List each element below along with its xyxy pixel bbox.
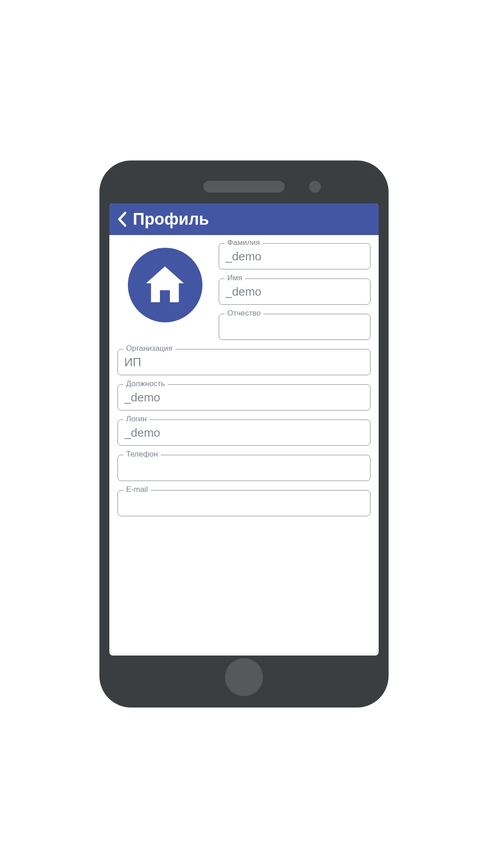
phone-label: Телефон [123,450,161,458]
chevron-left-icon [117,212,127,227]
phone-bottom [225,656,263,698]
position-input[interactable] [124,391,364,405]
lastname-field-group: Фамилия [219,243,371,269]
home-button[interactable] [225,658,263,696]
screen: Профиль Фамилия Имя [109,203,379,656]
login-label: Логин [123,415,150,423]
organization-label: Организация [123,344,175,352]
profile-form: Фамилия Имя Отчество Организация [109,235,379,516]
avatar-container [117,243,212,340]
organization-input[interactable] [124,355,364,369]
login-field-group: Логин [117,420,371,446]
position-label: Должность [123,380,168,387]
phone-field-group: Телефон [117,455,371,481]
lastname-label: Фамилия [225,239,263,246]
full-fields: Организация Должность Логин Телефон E-ma… [117,349,371,516]
front-camera [309,181,321,193]
organization-field-group: Организация [117,349,371,375]
firstname-field-group: Имя [219,278,371,305]
position-field-group: Должность [117,384,371,410]
email-field-group: E-mail [117,490,371,516]
login-input[interactable] [124,426,364,440]
phone-input[interactable] [124,461,364,475]
email-input[interactable] [124,496,364,510]
firstname-input[interactable] [225,285,364,299]
avatar[interactable] [128,248,202,322]
speaker-slot [203,181,285,193]
home-icon [140,260,190,310]
phone-frame: Профиль Фамилия Имя [99,160,389,708]
email-label: E-mail [123,486,150,493]
phone-top-bar [108,170,380,203]
patronymic-field-group: Отчество [219,314,371,340]
firstname-label: Имя [225,274,245,282]
page-title: Профиль [133,210,209,229]
patronymic-input[interactable] [225,320,364,334]
app-header: Профиль [109,203,379,235]
top-row: Фамилия Имя Отчество [117,243,371,340]
back-button[interactable] [114,210,130,228]
top-fields: Фамилия Имя Отчество [219,243,371,340]
lastname-input[interactable] [225,250,364,264]
patronymic-label: Отчество [225,309,263,317]
